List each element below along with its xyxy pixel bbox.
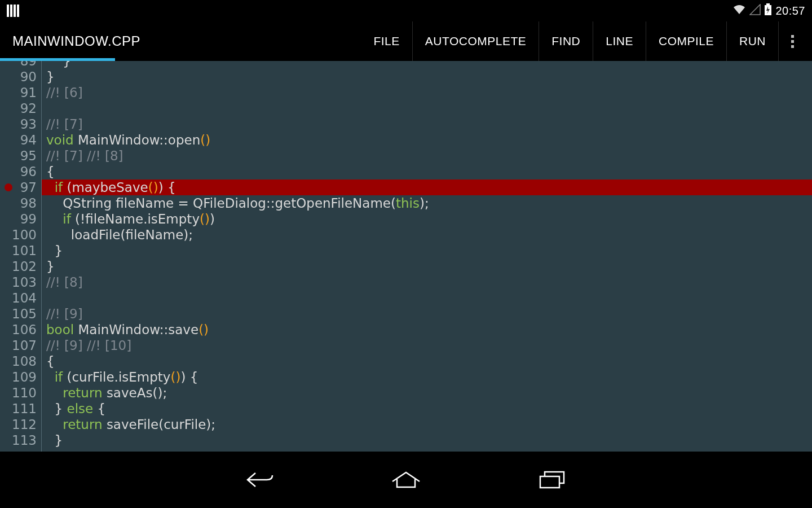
code-editor[interactable]: 8990919293949596979899100101102103104105…	[0, 61, 812, 452]
code-area[interactable]: }}//! [6]//! [7]void MainWindow::open()/…	[42, 61, 812, 452]
code-line[interactable]: }	[42, 259, 812, 274]
home-button[interactable]	[389, 468, 423, 491]
recents-icon	[538, 470, 567, 490]
barcode-icon	[7, 5, 19, 17]
status-bar: 20:57	[0, 0, 812, 21]
menu-run[interactable]: RUN	[726, 21, 778, 61]
line-number: 95	[0, 148, 37, 164]
battery-icon	[764, 3, 772, 18]
line-number: 91	[0, 85, 37, 100]
code-line[interactable]: QString fileName = QFileDialog::getOpenF…	[42, 195, 812, 211]
home-icon	[390, 470, 422, 489]
line-number: 109	[0, 369, 37, 385]
code-line[interactable]: } else {	[42, 401, 812, 417]
svg-rect-2	[540, 476, 559, 488]
code-line[interactable]: if (!fileName.isEmpty())	[42, 211, 812, 227]
code-line[interactable]: return saveAs();	[42, 385, 812, 401]
overflow-menu-button[interactable]	[778, 21, 800, 61]
menu-compile[interactable]: COMPILE	[646, 21, 726, 61]
overflow-icon	[791, 35, 794, 48]
menu-line[interactable]: LINE	[593, 21, 646, 61]
cell-signal-icon	[749, 4, 761, 17]
android-nav-bar	[0, 452, 812, 508]
breakpoint-marker[interactable]	[5, 183, 12, 191]
code-line[interactable]: if (maybeSave()) {	[42, 179, 812, 195]
line-number: 90	[0, 69, 37, 85]
line-number: 94	[0, 132, 37, 148]
line-number: 113	[0, 432, 37, 448]
code-line[interactable]: void MainWindow::open()	[42, 132, 812, 148]
code-line[interactable]: return saveFile(curFile);	[42, 417, 812, 432]
code-line[interactable]: }	[42, 432, 812, 448]
line-number: 112	[0, 417, 37, 432]
back-icon	[244, 470, 275, 490]
code-line[interactable]: {	[42, 353, 812, 369]
code-line[interactable]: //! [7] //! [8]	[42, 148, 812, 164]
code-line[interactable]	[42, 290, 812, 306]
line-number: 101	[0, 243, 37, 259]
line-number: 89	[0, 61, 37, 69]
wifi-icon	[732, 4, 746, 17]
code-line[interactable]: {	[42, 164, 812, 179]
code-line[interactable]: //! [7]	[42, 116, 812, 132]
code-line[interactable]: if (curFile.isEmpty()) {	[42, 369, 812, 385]
line-number: 98	[0, 195, 37, 211]
line-number: 106	[0, 322, 37, 338]
menu-items: FILE AUTOCOMPLETE FIND LINE COMPILE RUN	[361, 21, 800, 61]
code-line[interactable]: //! [9] //! [10]	[42, 338, 812, 353]
code-line[interactable]: bool MainWindow::save()	[42, 322, 812, 338]
line-number: 102	[0, 259, 37, 274]
line-number: 93	[0, 116, 37, 132]
code-line[interactable]: }	[42, 243, 812, 259]
line-number-gutter: 8990919293949596979899100101102103104105…	[0, 61, 42, 452]
line-number: 99	[0, 211, 37, 227]
code-line[interactable]: }	[42, 69, 812, 85]
code-line[interactable]: //! [6]	[42, 85, 812, 100]
file-title: MAINWINDOW.CPP	[12, 33, 140, 49]
back-button[interactable]	[242, 468, 276, 491]
code-line[interactable]: //! [8]	[42, 274, 812, 290]
recents-button[interactable]	[536, 468, 570, 491]
status-left-icons	[7, 5, 19, 17]
line-number: 104	[0, 290, 37, 306]
code-line[interactable]	[42, 100, 812, 116]
menu-find[interactable]: FIND	[539, 21, 593, 61]
code-line[interactable]: //! [9]	[42, 306, 812, 322]
action-bar: MAINWINDOW.CPP FILE AUTOCOMPLETE FIND LI…	[0, 21, 812, 61]
code-line[interactable]: loadFile(fileName);	[42, 227, 812, 243]
menu-autocomplete[interactable]: AUTOCOMPLETE	[412, 21, 539, 61]
menu-file[interactable]: FILE	[361, 21, 412, 61]
line-number: 96	[0, 164, 37, 179]
svg-rect-1	[766, 3, 770, 5]
line-number: 107	[0, 338, 37, 353]
line-number: 108	[0, 353, 37, 369]
clock: 20:57	[775, 5, 805, 17]
line-number: 111	[0, 401, 37, 417]
status-right: 20:57	[732, 3, 805, 18]
line-number: 105	[0, 306, 37, 322]
line-number: 92	[0, 100, 37, 116]
line-number: 110	[0, 385, 37, 401]
code-line[interactable]: }	[42, 61, 812, 69]
line-number: 103	[0, 274, 37, 290]
line-number: 100	[0, 227, 37, 243]
